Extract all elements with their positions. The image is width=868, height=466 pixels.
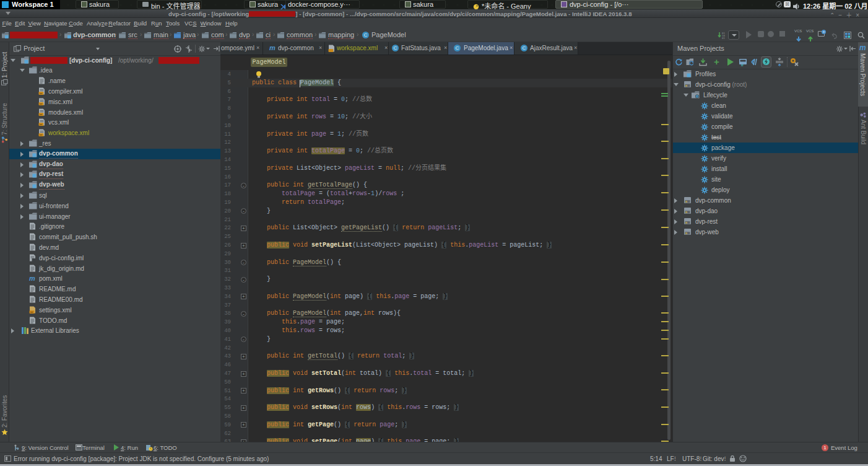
svg-text:◂▸: ◂▸ (39, 113, 43, 116)
svg-text:◂▸: ◂▸ (39, 92, 43, 95)
svg-text:m: m (685, 84, 687, 87)
svg-text:◂▸: ◂▸ (39, 102, 43, 105)
svg-text:◂▸: ◂▸ (39, 123, 43, 126)
svg-text:m: m (685, 221, 687, 224)
svg-text:m: m (740, 63, 744, 67)
svg-text:01: 01 (722, 37, 725, 40)
svg-text:m: m (685, 200, 687, 203)
svg-text:m: m (685, 210, 687, 214)
svg-text:◂▸: ◂▸ (39, 133, 43, 136)
svg-text:◂▸: ◂▸ (30, 310, 33, 314)
svg-text:m: m (685, 231, 687, 235)
